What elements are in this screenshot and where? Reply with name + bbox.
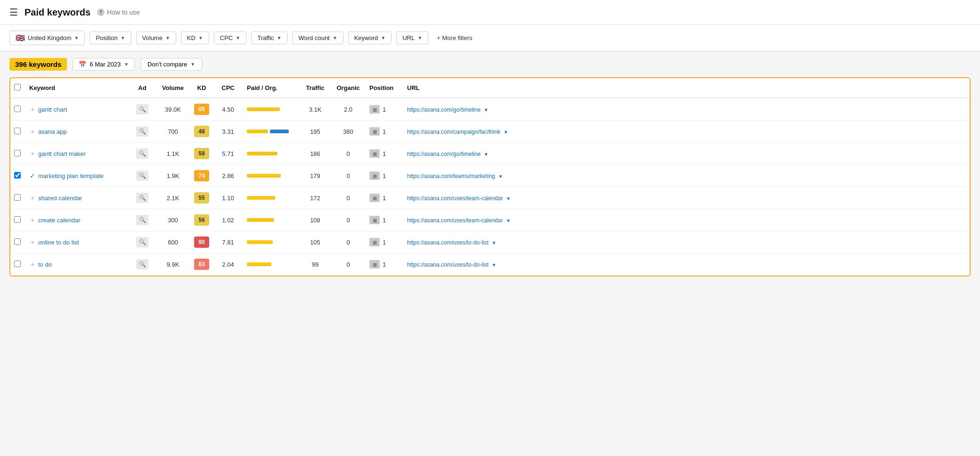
keyword-link[interactable]: shared calendar — [38, 195, 82, 202]
keyword-link[interactable]: to do — [38, 261, 52, 268]
url-dropdown-icon[interactable]: ▼ — [506, 218, 511, 223]
cpc-cell: 3.31 — [214, 121, 242, 143]
compare-button[interactable]: Don't compare ▼ — [140, 58, 202, 71]
row-checkbox[interactable] — [14, 194, 21, 201]
row-checkbox[interactable] — [14, 106, 21, 112]
ad-search-icon[interactable]: 🔍 — [136, 104, 148, 114]
filter-traffic[interactable]: Traffic ▼ — [251, 32, 287, 44]
filter-cpc[interactable]: CPC ▼ — [214, 32, 246, 44]
filter-country[interactable]: 🇬🇧 United Kingdom ▼ — [9, 31, 85, 45]
filter-word-count[interactable]: Word count ▼ — [292, 32, 343, 44]
ad-search-icon[interactable]: 🔍 — [136, 171, 148, 181]
table-row: + create calendar 🔍 300 56 1.02 108 0 ▦ … — [10, 209, 970, 231]
ad-search-icon[interactable]: 🔍 — [136, 237, 148, 247]
keyword-link[interactable]: gantt chart maker — [38, 150, 86, 157]
keyword-link[interactable]: online to do list — [38, 239, 79, 246]
row-checkbox[interactable] — [14, 216, 21, 223]
date-picker-button[interactable]: 📅 6 Mar 2023 ▼ — [73, 58, 135, 71]
organic-cell: 0 — [332, 209, 365, 231]
ad-search-icon[interactable]: 🔍 — [136, 126, 148, 137]
row-checkbox-cell[interactable] — [10, 165, 24, 187]
kd-badge: 90 — [194, 236, 209, 248]
table-row: + online to do list 🔍 600 90 7.81 105 0 … — [10, 231, 970, 253]
url-link[interactable]: https://asana.com/uses/team-calendar — [407, 217, 503, 224]
table-header-row: Keyword Ad Volume KD CPC Paid / Org. Tra… — [10, 78, 970, 98]
kd-badge: 56 — [194, 214, 209, 226]
position-value: 1 — [383, 106, 386, 113]
filter-kd[interactable]: KD ▼ — [181, 32, 209, 44]
row-checkbox[interactable] — [14, 238, 21, 245]
url-dropdown-icon[interactable]: ▼ — [491, 240, 496, 245]
add-icon[interactable]: + — [29, 194, 36, 202]
menu-icon[interactable]: ☰ — [9, 7, 18, 18]
filter-url[interactable]: URL ▼ — [396, 32, 428, 44]
url-link[interactable]: https://asana.com/uses/to-do-list — [407, 239, 489, 246]
paid-bar-blue — [270, 130, 289, 133]
select-all-checkbox[interactable] — [14, 84, 21, 90]
ad-search-icon[interactable]: 🔍 — [136, 148, 148, 159]
url-link[interactable]: https://asana.com/uses/to-do-list — [407, 261, 489, 268]
ad-search-icon[interactable]: 🔍 — [136, 215, 148, 225]
row-checkbox-cell[interactable] — [10, 231, 24, 253]
cpc-cell: 2.86 — [214, 165, 242, 187]
kd-badge: 83 — [194, 259, 209, 270]
ad-cell: 🔍 — [128, 231, 156, 253]
filter-volume[interactable]: Volume ▼ — [136, 32, 176, 44]
filter-position[interactable]: Position ▼ — [90, 32, 131, 44]
add-icon[interactable]: + — [29, 106, 36, 113]
add-icon[interactable]: + — [29, 238, 36, 246]
more-filters-button[interactable]: + More filters — [433, 32, 476, 44]
row-checkbox[interactable] — [14, 128, 21, 134]
col-header-position: Position — [365, 78, 402, 98]
row-checkbox-cell[interactable] — [10, 187, 24, 209]
add-icon[interactable]: + — [29, 150, 36, 157]
url-cell: https://asana.com/campaign/fac/think ▼ — [402, 121, 970, 143]
row-checkbox-cell[interactable] — [10, 143, 24, 165]
row-checkbox-cell[interactable] — [10, 253, 24, 276]
url-dropdown-icon[interactable]: ▼ — [504, 130, 508, 135]
url-link[interactable]: https://asana.com/teams/marketing — [407, 173, 495, 179]
row-checkbox[interactable] — [14, 172, 21, 179]
row-checkbox[interactable] — [14, 261, 21, 267]
row-checkbox-cell[interactable] — [10, 121, 24, 143]
how-to-use-link[interactable]: ? How to use — [97, 8, 140, 16]
url-dropdown-icon[interactable]: ▼ — [484, 152, 489, 157]
row-checkbox-cell[interactable] — [10, 209, 24, 231]
col-header-kd: KD — [189, 78, 214, 98]
url-dropdown-icon[interactable]: ▼ — [498, 174, 503, 179]
chevron-down-icon: ▼ — [236, 35, 240, 41]
keyword-link[interactable]: gantt chart — [38, 106, 67, 113]
url-link[interactable]: https://asana.com/go/timeline — [407, 151, 481, 157]
keyword-link[interactable]: asana app — [38, 128, 67, 135]
organic-cell: 0 — [332, 187, 365, 209]
keyword-link[interactable]: marketing plan template — [38, 172, 104, 179]
check-icon[interactable]: ✓ — [29, 172, 36, 179]
ad-search-icon[interactable]: 🔍 — [136, 193, 148, 203]
select-all-checkbox-header[interactable] — [10, 78, 24, 98]
ad-cell: 🔍 — [128, 143, 156, 165]
bar-container — [247, 152, 294, 155]
row-checkbox-cell[interactable] — [10, 98, 24, 121]
country-flag: 🇬🇧 — [16, 33, 25, 42]
add-icon[interactable]: + — [29, 261, 36, 268]
add-icon[interactable]: + — [29, 128, 36, 135]
ad-cell: 🔍 — [128, 253, 156, 276]
url-link[interactable]: https://asana.com/uses/team-calendar — [407, 195, 503, 202]
table-row: + shared calendar 🔍 2.1K 55 1.10 172 0 ▦… — [10, 187, 970, 209]
filter-keyword[interactable]: Keyword ▼ — [348, 32, 392, 44]
url-link[interactable]: https://asana.com/go/timeline — [407, 106, 481, 113]
url-cell: https://asana.com/uses/to-do-list ▼ — [402, 253, 970, 276]
url-cell: https://asana.com/uses/team-calendar ▼ — [402, 209, 970, 231]
ad-search-icon[interactable]: 🔍 — [136, 259, 148, 269]
kd-badge: 59 — [194, 148, 209, 159]
url-link[interactable]: https://asana.com/campaign/fac/think — [407, 129, 500, 135]
chevron-down-icon: ▼ — [190, 62, 195, 67]
add-icon[interactable]: + — [29, 216, 36, 224]
url-dropdown-icon[interactable]: ▼ — [484, 107, 489, 113]
url-dropdown-icon[interactable]: ▼ — [491, 262, 496, 268]
table-row: + asana app 🔍 700 48 3.31 195 380 ▦ 1 — [10, 121, 970, 143]
position-value: 1 — [383, 128, 386, 135]
url-dropdown-icon[interactable]: ▼ — [506, 196, 511, 201]
row-checkbox[interactable] — [14, 150, 21, 156]
keyword-link[interactable]: create calendar — [38, 217, 81, 224]
